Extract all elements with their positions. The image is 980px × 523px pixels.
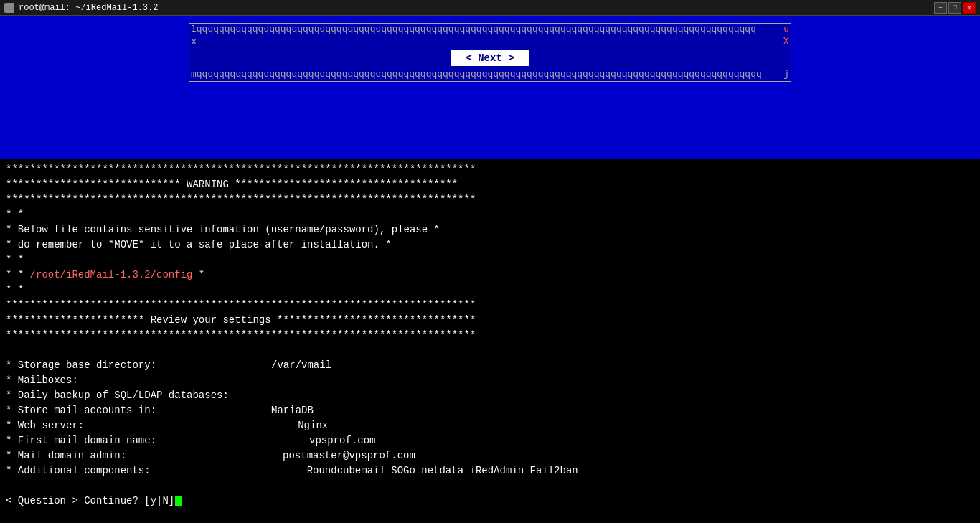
close-button[interactable]: ✕ [963,2,976,14]
title-bar-left: root@mail: ~/iRedMail-1.3.2 [4,3,158,13]
warning-star-2: * * [6,253,974,268]
storage-line: * Storage base directory:/var/vmail [6,358,974,373]
store-line: * Store mail accounts in:MariaDB [6,403,974,418]
config-path-text: /root/iRedMail-1.3.2/config [30,269,193,281]
webserver-line: * Web server:Nginx [6,418,974,433]
dialog-x-right: X [783,36,789,47]
stars-line-4: ****************************************… [6,328,974,343]
warning-body-1: * Below file contains sensitive infomati… [6,222,974,237]
cursor [175,496,182,506]
domain-line: * First mail domain name:vpsprof.com [6,433,974,448]
blank-line-2 [6,479,974,494]
minimize-button[interactable]: – [934,2,947,14]
stars-line-3: ****************************************… [6,298,974,313]
dialog-x-top: u [783,24,789,36]
window-controls: – □ ✕ [934,2,976,14]
maximize-button[interactable]: □ [948,2,961,14]
stars-line-2: ****************************************… [6,192,974,207]
window-title: root@mail: ~/iRedMail-1.3.2 [19,3,158,13]
components-line: * Additional components:Roundcubemail SO… [6,463,974,479]
warning-star-1: * * [6,207,974,222]
dialog-side-row: x X [189,36,791,47]
title-bar: root@mail: ~/iRedMail-1.3.2 – □ ✕ [0,0,980,16]
config-path-line: * * /root/iRedMail-1.3.2/config * [6,268,974,283]
admin-line: * Mail domain admin:postmaster@vpsprof.c… [6,448,974,463]
terminal-icon [4,3,14,13]
review-header: *********************** Review your sett… [6,313,974,328]
warning-body-2: * do remember to *MOVE* it to a safe pla… [6,237,974,253]
dialog-bottom-border: mqqqqqqqqqqqqqqqqqqqqqqqqqqqqqqqqqqqqqqq… [189,69,791,81]
dialog-content-row: < Next > [189,47,791,69]
warning-star-3: * * [6,283,974,298]
warning-header: ***************************** WARNING **… [6,177,974,192]
dialog-box: lqqqqqqqqqqqqqqqqqqqqqqqqqqqqqqqqqqqqqqq… [189,23,791,82]
prompt-line: < Question > Continue? [y|N] [6,494,974,509]
mailboxes-line: * Mailboxes: [6,373,974,388]
dialog-top-border: lqqqqqqqqqqqqqqqqqqqqqqqqqqqqqqqqqqqqqqq… [189,24,791,36]
next-button[interactable]: < Next > [451,50,528,66]
terminal-area: ****************************************… [0,159,980,512]
backup-line: * Daily backup of SQL/LDAP databases: [6,388,974,403]
blue-background: lqqqqqqqqqqqqqqqqqqqqqqqqqqqqqqqqqqqqqqq… [0,16,980,159]
blank-line-1 [6,343,974,358]
stars-line-1: ****************************************… [6,162,974,177]
